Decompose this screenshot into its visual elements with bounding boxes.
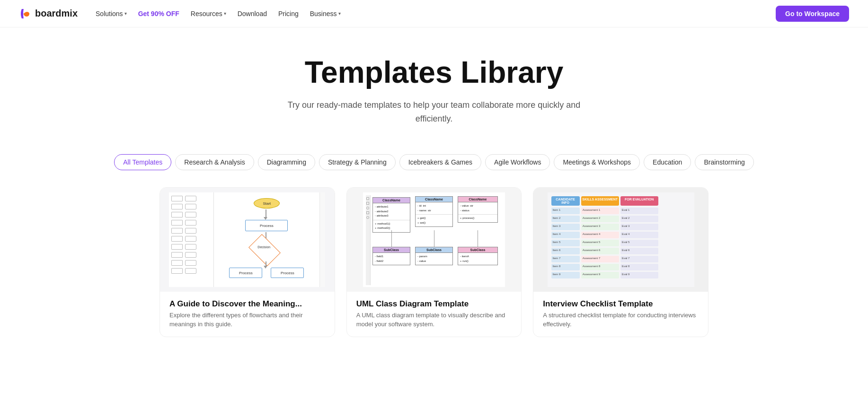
nav-resources[interactable]: Resources ▾ bbox=[186, 7, 231, 20]
filter-tab-icebreakers[interactable]: Icebreakers & Games bbox=[399, 154, 481, 170]
chevron-down-icon: ▾ bbox=[124, 11, 127, 16]
nav-download[interactable]: Download bbox=[233, 7, 272, 20]
nav-business[interactable]: Business ▾ bbox=[305, 7, 345, 20]
nav-links: Solutions ▾ Get 90% OFF Resources ▾ Down… bbox=[91, 7, 345, 20]
nav-left: boardmix Solutions ▾ Get 90% OFF Resourc… bbox=[19, 7, 345, 20]
chevron-down-icon-2: ▾ bbox=[224, 11, 226, 16]
filter-tab-education[interactable]: Education bbox=[644, 154, 691, 170]
template-card-uml[interactable]: ClassName - attribute1- attribute2- attr… bbox=[346, 187, 522, 337]
card-desc-uml: A UML class diagram template to visually… bbox=[356, 311, 512, 329]
filter-tab-strategy[interactable]: Strategy & Planning bbox=[319, 154, 396, 170]
template-card-checklist[interactable]: CANDIDATE INFO SKILLS ASSESSMENT FOR EVA… bbox=[533, 187, 709, 337]
card-title-checklist: Interview Checklist Template bbox=[543, 299, 699, 309]
nav-discount[interactable]: Get 90% OFF bbox=[133, 7, 184, 20]
page-title: Templates Library bbox=[9, 56, 859, 89]
nav-solutions[interactable]: Solutions ▾ bbox=[91, 7, 132, 20]
filter-tab-diagramming[interactable]: Diagramming bbox=[258, 154, 315, 170]
chevron-down-icon-3: ▾ bbox=[338, 11, 341, 16]
hero-section: Templates Library Try our ready-made tem… bbox=[0, 27, 868, 145]
filter-tab-brainstorming[interactable]: Brainstorming bbox=[695, 154, 753, 170]
brand-logo[interactable]: boardmix bbox=[19, 7, 78, 20]
brand-name: boardmix bbox=[35, 8, 78, 19]
template-grid: Start Process Decision Proc bbox=[131, 170, 737, 354]
template-card-flowchart[interactable]: Start Process Decision Proc bbox=[159, 187, 335, 337]
workspace-button[interactable]: Go to Workspace bbox=[776, 6, 849, 22]
card-desc-checklist: A structured checklist template for cond… bbox=[543, 311, 699, 329]
card-title-flowchart: A Guide to Discover the Meaning... bbox=[169, 299, 325, 309]
filter-tab-research[interactable]: Research & Analysis bbox=[175, 154, 254, 170]
navbar: boardmix Solutions ▾ Get 90% OFF Resourc… bbox=[0, 0, 868, 27]
filter-tab-all[interactable]: All Templates bbox=[114, 154, 171, 170]
filter-tab-agile[interactable]: Agile Workflows bbox=[485, 154, 550, 170]
card-desc-flowchart: Explore the different types of flowchart… bbox=[169, 311, 325, 329]
hero-subtitle: Try our ready-made templates to help you… bbox=[273, 98, 595, 126]
filter-tab-meetings[interactable]: Meetings & Workshops bbox=[554, 154, 640, 170]
nav-pricing[interactable]: Pricing bbox=[274, 7, 303, 20]
brand-logo-icon bbox=[19, 7, 32, 20]
card-title-uml: UML Class Diagram Template bbox=[356, 299, 512, 309]
filter-tabs: All TemplatesResearch & AnalysisDiagramm… bbox=[0, 145, 868, 170]
